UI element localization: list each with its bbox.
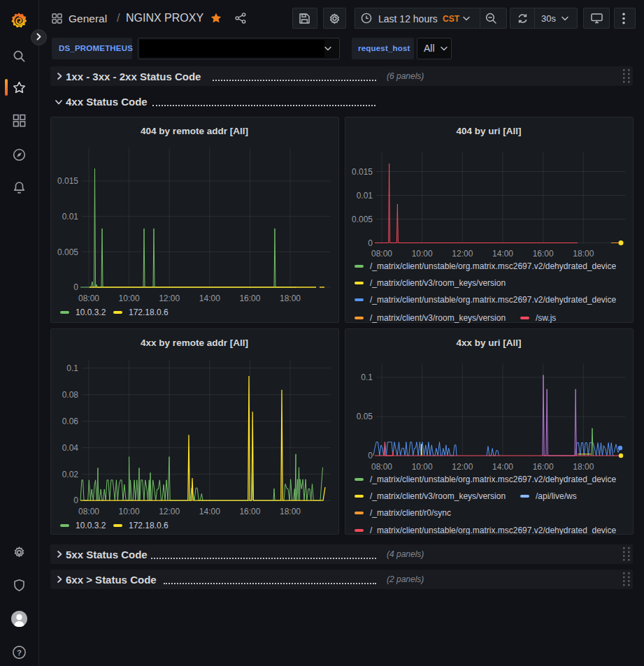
svg-text:0.08: 0.08 (62, 390, 79, 400)
svg-text:0: 0 (73, 495, 78, 505)
svg-text:0: 0 (368, 238, 373, 248)
svg-text:16:00: 16:00 (533, 462, 554, 472)
svg-text:0.01: 0.01 (62, 212, 79, 222)
svg-text:14:00: 14:00 (199, 294, 220, 303)
svg-text:0.06: 0.06 (62, 417, 79, 426)
svg-text:0.01: 0.01 (357, 191, 373, 201)
svg-text:404 by remote addr [All]: 404 by remote addr [All] (141, 126, 248, 136)
svg-text:18:00: 18:00 (280, 507, 301, 516)
svg-text:10:00: 10:00 (412, 249, 433, 259)
svg-text:/_matrix/client/unstable/org.m: /_matrix/client/unstable/org.matrix.msc2… (370, 526, 617, 535)
svg-text:0.04: 0.04 (62, 443, 79, 453)
svg-text:10:00: 10:00 (412, 462, 433, 472)
svg-text:404 by uri [All]: 404 by uri [All] (456, 126, 521, 136)
svg-text:14:00: 14:00 (492, 462, 513, 472)
svg-text:08:00: 08:00 (78, 294, 99, 303)
svg-text:172.18.0.6: 172.18.0.6 (129, 521, 169, 530)
svg-text:16:00: 16:00 (239, 507, 260, 516)
svg-text:/_matrix/client/r0/sync: /_matrix/client/r0/sync (370, 508, 451, 518)
svg-text:18:00: 18:00 (573, 249, 594, 259)
svg-text:4xx by uri [All]: 4xx by uri [All] (456, 338, 521, 348)
svg-text:/api/live/ws: /api/live/ws (536, 491, 577, 501)
svg-text:14:00: 14:00 (492, 249, 513, 259)
svg-text:?: ? (17, 649, 22, 657)
svg-text:/_matrix/client/v3/room_keys/v: /_matrix/client/v3/room_keys/version (370, 313, 506, 323)
svg-text:12:00: 12:00 (159, 507, 180, 516)
svg-text:/_matrix/client/v3/room_keys/v: /_matrix/client/v3/room_keys/version (370, 491, 506, 501)
svg-text:0.05: 0.05 (357, 412, 373, 421)
svg-text:0: 0 (368, 451, 373, 461)
svg-text:0.015: 0.015 (352, 167, 373, 177)
svg-text:0: 0 (73, 282, 78, 292)
svg-text:0.1: 0.1 (66, 363, 78, 373)
svg-text:10:00: 10:00 (119, 294, 140, 303)
svg-text:172.18.0.6: 172.18.0.6 (129, 307, 169, 317)
svg-text:18:00: 18:00 (280, 294, 301, 303)
svg-text:08:00: 08:00 (371, 249, 392, 259)
svg-text:/_matrix/client/unstable/org.m: /_matrix/client/unstable/org.matrix.msc2… (370, 261, 617, 271)
svg-text:0.1: 0.1 (361, 372, 373, 382)
svg-text:/_matrix/client/unstable/org.m: /_matrix/client/unstable/org.matrix.msc2… (370, 295, 617, 305)
svg-text:12:00: 12:00 (159, 294, 180, 303)
svg-text:12:00: 12:00 (452, 249, 473, 259)
svg-text:0.005: 0.005 (57, 247, 78, 257)
svg-text:0.015: 0.015 (57, 176, 78, 186)
svg-text:10.0.3.2: 10.0.3.2 (76, 307, 106, 317)
svg-text:08:00: 08:00 (78, 507, 99, 516)
svg-text:10:00: 10:00 (119, 507, 140, 516)
svg-text:/sw.js: /sw.js (536, 313, 556, 323)
svg-text:10.0.3.2: 10.0.3.2 (76, 521, 106, 530)
svg-text:4xx by remote addr [All]: 4xx by remote addr [All] (141, 338, 248, 348)
svg-text:16:00: 16:00 (239, 294, 260, 303)
svg-text:0.02: 0.02 (62, 470, 79, 479)
svg-text:12:00: 12:00 (452, 462, 473, 472)
svg-text:/_matrix/client/v3/room_keys/v: /_matrix/client/v3/room_keys/version (370, 278, 506, 288)
svg-text:14:00: 14:00 (199, 507, 220, 516)
svg-text:18:00: 18:00 (573, 462, 594, 472)
svg-text:/_matrix/client/unstable/org.m: /_matrix/client/unstable/org.matrix.msc2… (370, 475, 617, 484)
svg-text:0.005: 0.005 (352, 215, 373, 224)
svg-text:08:00: 08:00 (371, 462, 392, 472)
svg-text:16:00: 16:00 (533, 249, 554, 259)
